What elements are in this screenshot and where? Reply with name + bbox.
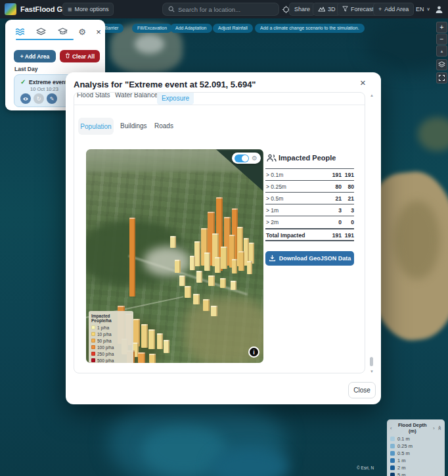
legend-next-icon[interactable]: ›: [433, 426, 434, 431]
download-geojson-button[interactable]: Download GeoJSON Data: [265, 251, 354, 266]
chevron-down-icon: ∨: [427, 7, 430, 12]
modal-title: Analysis for "Extreme event at 52.091, 5…: [74, 80, 256, 89]
search-box: [162, 3, 279, 16]
scenario-section-label: Last Day: [14, 66, 37, 72]
population-bar: [190, 256, 195, 270]
basemap-layers-button[interactable]: [436, 59, 447, 70]
show-scenario-eye-button[interactable]: [20, 93, 31, 104]
population-bar: [138, 352, 145, 363]
clear-all-button[interactable]: Clear All: [60, 50, 100, 62]
subtab-population[interactable]: Population: [78, 118, 114, 135]
zoom-in-button[interactable]: +: [436, 22, 447, 33]
area-select-button[interactable]: [436, 72, 447, 83]
modal-close-icon[interactable]: ×: [360, 77, 366, 88]
modal-content: Flood Stats Water Balance Exposure Popul…: [74, 92, 365, 373]
population-bar: [215, 257, 221, 273]
layers-tab-icon[interactable]: [35, 26, 47, 37]
adjust-rainfall-pill[interactable]: Adjust Rainfall: [213, 24, 253, 33]
population-bar: [149, 354, 156, 363]
analysis-modal: Analysis for "Extreme event at 52.091, 5…: [66, 72, 381, 404]
depth-swatch: [390, 473, 395, 476]
map-attribution: © Esri, N: [357, 465, 374, 470]
population-bar: [179, 275, 185, 286]
more-options-button[interactable]: ≡ More options: [62, 3, 114, 16]
layer-toggle-switch[interactable]: [235, 155, 249, 162]
modal-scrollbar[interactable]: ▲ ▼: [369, 93, 374, 375]
population-bar: [193, 294, 200, 304]
impacted-row: > 0.5m2121: [265, 192, 354, 204]
impacted-people-title: Impacted People: [279, 154, 336, 162]
flood-legend-item: 0.1 m: [390, 435, 441, 442]
legend-prev-icon[interactable]: ‹: [390, 426, 392, 431]
scroll-up-icon[interactable]: ▲: [369, 93, 374, 97]
flood-depth-legend: ‹ Flood Depth (m) › ≪ 0.1 m 0.25 m 0.5 m…: [387, 419, 445, 476]
population-bar: [185, 286, 191, 298]
tab-divider: [74, 105, 365, 105]
population-bar: [247, 261, 252, 274]
impacted-row: > 1m33: [265, 204, 354, 216]
tab-exposure[interactable]: Exposure: [157, 92, 194, 105]
flood-tab-waves-icon[interactable]: [14, 26, 26, 37]
settings-tab-gear-icon[interactable]: ⚙: [76, 26, 88, 37]
search-icon: [168, 3, 175, 15]
climate-scenario-pill[interactable]: Add a climate change scenario to the sim…: [255, 24, 365, 33]
app-logo: [5, 3, 16, 15]
add-area-button[interactable]: + Add Area: [14, 50, 56, 62]
flood-legend-title: Flood Depth (m): [393, 422, 431, 434]
zoom-out-button[interactable]: −: [436, 34, 447, 45]
map-info-button[interactable]: i: [248, 346, 259, 358]
layers-icon: [438, 61, 445, 69]
user-avatar-icon[interactable]: [433, 3, 445, 15]
mountain-icon: [318, 6, 325, 13]
top-bar: FastFlood Global ≡ More options Share 3D…: [0, 0, 448, 18]
rerun-scenario-button[interactable]: ↻: [34, 93, 44, 104]
population-bar: [157, 333, 163, 349]
population-3d-map[interactable]: ⚙ Impacted People/ha 1 p/ha 10 p/ha 50 p…: [86, 149, 263, 363]
share-button[interactable]: Share: [289, 3, 315, 16]
subtab-roads[interactable]: Roads: [154, 122, 173, 130]
fill-excavation-pill[interactable]: Fill/Excavation: [132, 24, 172, 33]
population-bar: [164, 340, 169, 353]
population-bar: [141, 324, 148, 348]
learn-tab-graduation-icon[interactable]: [56, 26, 68, 37]
population-bar: [204, 252, 210, 271]
population-bar: [129, 218, 135, 297]
edit-scenario-button[interactable]: ✎: [47, 93, 57, 104]
population-bar: [238, 251, 244, 271]
scroll-thumb[interactable]: [370, 357, 373, 366]
population-bar: [231, 281, 236, 290]
impacted-row: > 2m00: [265, 216, 354, 227]
tab-water-balance[interactable]: Water Balance: [115, 92, 158, 99]
terrain-patch: [394, 201, 440, 279]
viz-legend-title: Impacted People/ha: [91, 314, 131, 323]
viz-legend-item: 500 p/ha: [91, 357, 131, 363]
population-bar: [148, 329, 155, 349]
flood-legend-item: 0.25 m: [390, 442, 441, 450]
impacted-total-row: Total Impacted191191: [265, 228, 354, 241]
depth-swatch: [390, 437, 395, 441]
scenario-timestamp: 10 Oct 10:23: [30, 86, 58, 92]
landmass-island: [418, 117, 448, 151]
legend-collapse-icon[interactable]: ≪: [436, 425, 441, 430]
terrain-patch: [135, 34, 164, 54]
panel-close-icon[interactable]: ×: [93, 26, 104, 37]
population-bar: [194, 241, 200, 266]
tab-flood-stats[interactable]: Flood Stats: [77, 92, 110, 99]
scroll-down-icon[interactable]: ▼: [369, 369, 374, 373]
tilt-button[interactable]: ▴: [436, 45, 447, 57]
deep-water-patch: [365, 16, 448, 72]
gear-icon[interactable]: ⚙: [252, 155, 258, 162]
download-icon: [269, 254, 276, 263]
add-area-header-button[interactable]: + Add Area: [373, 3, 414, 16]
population-bar: [232, 259, 237, 274]
close-modal-button[interactable]: Close: [348, 382, 376, 398]
impacted-people-legend: Impacted People/ha 1 p/ha 10 p/ha 50 p/h…: [89, 311, 133, 363]
flood-legend-item: 5 m: [390, 471, 441, 476]
depth-swatch: [390, 451, 395, 456]
impacted-row: > 0.25m8080: [265, 180, 354, 192]
subtab-buildings[interactable]: Buildings: [120, 122, 147, 130]
add-adaptation-pill[interactable]: Add Adaptation: [170, 24, 212, 33]
search-input[interactable]: [178, 6, 273, 13]
people-icon: [267, 153, 277, 165]
language-selector[interactable]: EN ∨: [411, 3, 435, 16]
